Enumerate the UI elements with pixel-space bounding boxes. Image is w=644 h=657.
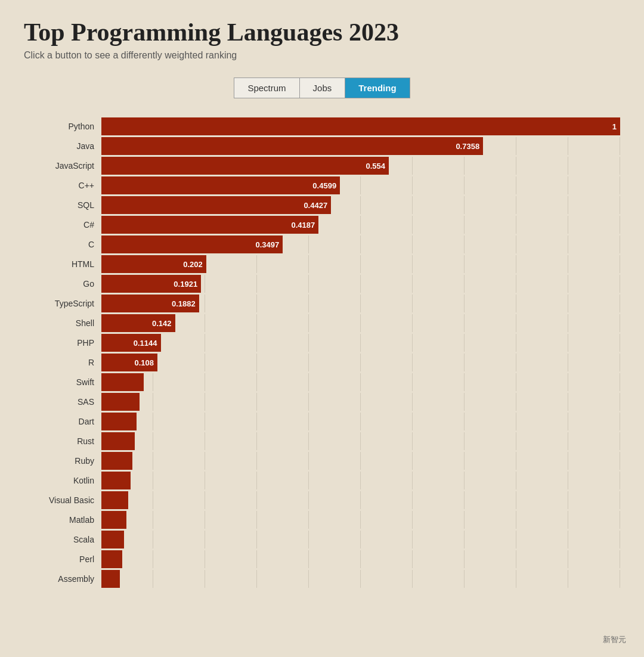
- chart-row: Scala: [24, 531, 620, 548]
- lang-label: SAS: [24, 397, 101, 407]
- chart-row: Perl: [24, 550, 620, 568]
- bar: [101, 491, 128, 509]
- bar: [101, 472, 131, 489]
- chart-row: Go0.1921: [24, 275, 620, 293]
- lang-label: Kotlin: [24, 476, 101, 485]
- chart-row: Rust: [24, 432, 620, 450]
- bar-container: [101, 432, 620, 450]
- bar-value: 0.4599: [312, 181, 336, 190]
- tab-group: Spectrum Jobs Trending: [234, 78, 410, 98]
- bar: [101, 393, 140, 411]
- lang-label: Rust: [24, 436, 101, 446]
- bar: [101, 432, 135, 450]
- bar-container: [101, 452, 620, 470]
- bar: [101, 550, 122, 568]
- chart-row: R0.108: [24, 354, 620, 371]
- chart-row: C0.3497: [24, 235, 620, 253]
- chart-row: JavaScript0.554: [24, 157, 620, 175]
- bar-value: 0.142: [152, 319, 172, 328]
- lang-label: Python: [24, 122, 101, 131]
- tab-spectrum[interactable]: Spectrum: [234, 78, 299, 98]
- bar-container: 0.4599: [101, 176, 620, 194]
- bar: [101, 373, 144, 391]
- bar: [101, 413, 137, 430]
- bar-container: [101, 413, 620, 430]
- bar-value: 0.554: [366, 162, 385, 171]
- chart-row: SAS: [24, 393, 620, 411]
- chart-row: Visual Basic: [24, 491, 620, 509]
- bar: 0.1144: [101, 334, 161, 352]
- tab-jobs[interactable]: Jobs: [300, 78, 346, 98]
- chart-row: Kotlin: [24, 472, 620, 489]
- chart-row: C#0.4187: [24, 216, 620, 234]
- bar-container: [101, 570, 620, 588]
- bar-container: 0.1882: [101, 295, 620, 312]
- bar-container: 0.7358: [101, 137, 620, 155]
- lang-label: Scala: [24, 535, 101, 544]
- bar-container: 0.1144: [101, 334, 620, 352]
- chart-row: Swift: [24, 373, 620, 391]
- lang-label: Matlab: [24, 515, 101, 525]
- lang-label: Ruby: [24, 456, 101, 466]
- bar-value: 0.4187: [292, 221, 315, 230]
- chart-row: C++0.4599: [24, 176, 620, 194]
- bar: 0.3497: [101, 235, 283, 253]
- bar-container: [101, 511, 620, 529]
- lang-label: TypeScript: [24, 299, 101, 308]
- chart-row: Java0.7358: [24, 137, 620, 155]
- bar: 0.554: [101, 157, 389, 175]
- chart-row: SQL0.4427: [24, 196, 620, 214]
- bar-container: 1: [101, 117, 620, 135]
- bar: [101, 570, 120, 588]
- bar-container: [101, 550, 620, 568]
- lang-label: Swift: [24, 377, 101, 387]
- chart-row: Python1: [24, 117, 620, 135]
- subtitle: Click a button to see a differently weig…: [24, 50, 620, 61]
- chart-row: Dart: [24, 413, 620, 430]
- bar: 0.7358: [101, 137, 483, 155]
- lang-label: R: [24, 358, 101, 367]
- bar-value: 0.1144: [134, 339, 157, 348]
- page-title: Top Programming Languages 2023: [24, 18, 620, 47]
- bar-value: 1: [612, 122, 617, 131]
- lang-label: JavaScript: [24, 161, 101, 171]
- bar: 0.202: [101, 255, 206, 273]
- bar: [101, 531, 124, 548]
- bar: 1: [101, 117, 620, 135]
- lang-label: SQL: [24, 200, 101, 210]
- bar-container: [101, 531, 620, 548]
- bar: 0.142: [101, 314, 175, 332]
- lang-label: Assembly: [24, 574, 101, 584]
- bar-container: [101, 491, 620, 509]
- bar-container: 0.108: [101, 354, 620, 371]
- bar-container: 0.4427: [101, 196, 620, 214]
- bar-value: 0.7358: [456, 142, 479, 151]
- bar-container: [101, 393, 620, 411]
- chart-row: HTML0.202: [24, 255, 620, 273]
- bar-container: 0.202: [101, 255, 620, 273]
- chart-row: TypeScript0.1882: [24, 295, 620, 312]
- bar: 0.4599: [101, 176, 340, 194]
- bar-value: 0.108: [134, 358, 154, 367]
- bar: 0.1921: [101, 275, 201, 293]
- lang-label: Dart: [24, 417, 101, 426]
- bar: [101, 511, 126, 529]
- chart-row: Shell0.142: [24, 314, 620, 332]
- lang-label: HTML: [24, 259, 101, 269]
- bar: 0.108: [101, 354, 157, 371]
- chart-row: Matlab: [24, 511, 620, 529]
- lang-label: Go: [24, 279, 101, 289]
- bar-container: 0.3497: [101, 235, 620, 253]
- bar-value: 0.202: [183, 260, 203, 269]
- bar-container: 0.142: [101, 314, 620, 332]
- chart-row: PHP0.1144: [24, 334, 620, 352]
- bar-container: [101, 472, 620, 489]
- bar-value: 0.3497: [255, 240, 279, 249]
- lang-label: Java: [24, 141, 101, 151]
- lang-label: C#: [24, 220, 101, 230]
- lang-label: PHP: [24, 338, 101, 348]
- tab-trending[interactable]: Trending: [345, 78, 409, 98]
- lang-label: Visual Basic: [24, 495, 101, 505]
- chart-row: Assembly: [24, 570, 620, 588]
- bar: 0.4427: [101, 196, 331, 214]
